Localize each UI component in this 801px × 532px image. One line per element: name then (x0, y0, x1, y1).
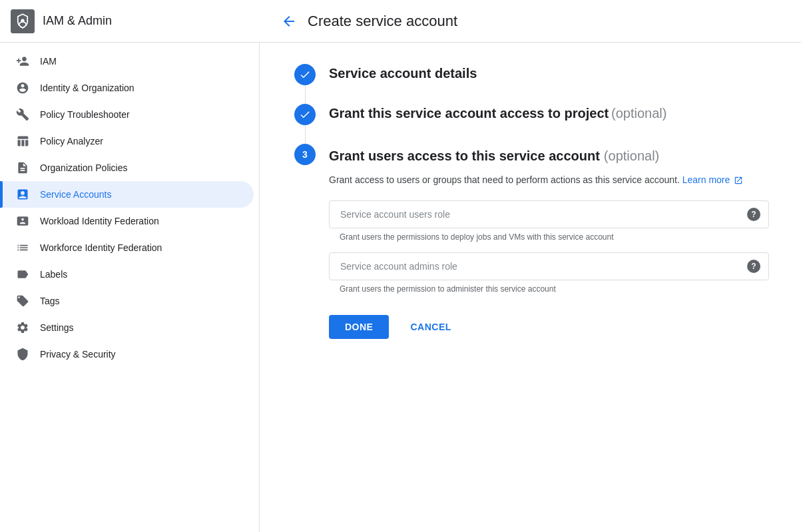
sidebar-label-service-accounts: Service Accounts (40, 189, 238, 200)
page-title: Create service account (308, 13, 457, 30)
stepper: Service account details Grant this servi… (292, 64, 769, 350)
sidebar-label-settings: Settings (40, 322, 238, 333)
sidebar-label-identity-org: Identity & Organization (40, 83, 238, 93)
sidebar-label-tags: Tags (40, 296, 238, 306)
button-row: DONE CANCEL (329, 315, 769, 339)
sidebar-label-privacy-security: Privacy & Security (40, 349, 238, 360)
shield-icon (16, 348, 29, 361)
step-2-row: Grant this service account access to pro… (292, 104, 769, 144)
app-title: IAM & Admin (43, 14, 112, 28)
app-header: IAM & Admin Create service account (0, 0, 801, 43)
sidebar-label-workforce-identity: Workforce Identity Federation (40, 242, 238, 253)
sidebar-item-identity-org[interactable]: Identity & Organization (0, 75, 254, 101)
step-1-content: Service account details (329, 64, 769, 93)
sidebar-item-iam[interactable]: IAM (0, 48, 254, 75)
main-content: Service account details Grant this servi… (260, 43, 801, 532)
users-role-hint: Grant users the permissions to deploy jo… (329, 232, 769, 242)
sidebar-item-tags[interactable]: Tags (0, 288, 254, 314)
bookmark-icon (16, 294, 29, 308)
sidebar-label-policy-analyzer: Policy Analyzer (40, 136, 238, 146)
account-circle-icon (16, 81, 29, 95)
step-3-row: 3 Grant users access to this service acc… (292, 144, 769, 350)
step-2-connector (292, 104, 318, 144)
users-role-help-icon[interactable]: ? (747, 208, 760, 221)
step-3-icon: 3 (294, 144, 316, 165)
learn-more-link[interactable]: Learn more (682, 174, 743, 185)
done-button[interactable]: DONE (329, 315, 389, 339)
sidebar-item-policy-analyzer[interactable]: Policy Analyzer (0, 128, 254, 154)
label-icon (16, 268, 29, 281)
service-account-users-role-input[interactable]: Service account users role ? (329, 200, 769, 228)
step-3-subtitle: (optional) (604, 144, 659, 165)
step-3-content: Grant users access to this service accou… (329, 144, 769, 350)
step-3-description: Grant access to users or groups that nee… (329, 173, 769, 187)
description-icon (16, 161, 29, 174)
sidebar: IAM Identity & Organization Policy Troub… (0, 43, 260, 532)
header-logo-section: IAM & Admin (11, 9, 270, 33)
sidebar-item-workload-identity[interactable]: Workload Identity Federation (0, 208, 254, 234)
wrench-icon (16, 108, 29, 121)
sidebar-label-iam: IAM (40, 56, 238, 67)
step-1-connector (292, 64, 318, 104)
service-account-admins-role-input[interactable]: Service account admins role ? (329, 252, 769, 280)
sidebar-item-org-policies[interactable]: Organization Policies (0, 154, 254, 181)
sidebar-label-workload-identity: Workload Identity Federation (40, 216, 238, 226)
sidebar-label-labels: Labels (40, 269, 238, 280)
main-layout: IAM Identity & Organization Policy Troub… (0, 43, 801, 532)
input-group: Service account users role ? Grant users… (329, 200, 769, 294)
sidebar-label-policy-troubleshooter: Policy Troubleshooter (40, 109, 238, 120)
sidebar-item-settings[interactable]: Settings (0, 314, 254, 341)
step-2-subtitle: (optional) (611, 103, 667, 121)
step-3-title-row: Grant users access to this service accou… (329, 144, 769, 165)
sidebar-item-service-accounts[interactable]: Service Accounts (0, 181, 254, 208)
step-2-title-row: Grant this service account access to pro… (329, 104, 769, 123)
step-2-title: Grant this service account access to pro… (329, 103, 609, 121)
step-1-icon (294, 64, 316, 85)
sidebar-label-org-policies: Organization Policies (40, 162, 238, 173)
back-button[interactable] (281, 13, 297, 29)
person-add-icon (16, 55, 29, 68)
sidebar-item-workforce-identity[interactable]: Workforce Identity Federation (0, 234, 254, 261)
step-2-icon (294, 104, 316, 125)
step-3-connector: 3 (292, 144, 318, 165)
sidebar-item-privacy-security[interactable]: Privacy & Security (0, 341, 254, 368)
admins-role-placeholder: Service account admins role (340, 261, 457, 272)
users-role-placeholder: Service account users role (340, 209, 450, 220)
table-chart-icon (16, 134, 29, 148)
step-3-title: Grant users access to this service accou… (329, 144, 600, 165)
admins-role-hint: Grant users the permission to administer… (329, 284, 769, 294)
step-2-line (305, 125, 306, 144)
header-content: Create service account (270, 13, 457, 30)
iam-admin-logo (11, 9, 35, 33)
sidebar-item-policy-troubleshooter[interactable]: Policy Troubleshooter (0, 101, 254, 128)
step-2-content: Grant this service account access to pro… (329, 104, 769, 133)
sidebar-item-labels[interactable]: Labels (0, 261, 254, 288)
list-icon (16, 241, 29, 254)
cancel-button[interactable]: CANCEL (394, 315, 467, 339)
service-account-icon (16, 188, 29, 201)
id-card-icon (16, 214, 29, 228)
step-1-line (305, 85, 306, 104)
step-1-title: Service account details (329, 63, 477, 81)
step-1-row: Service account details (292, 64, 769, 104)
settings-icon (16, 321, 29, 334)
admins-role-help-icon[interactable]: ? (747, 260, 760, 273)
